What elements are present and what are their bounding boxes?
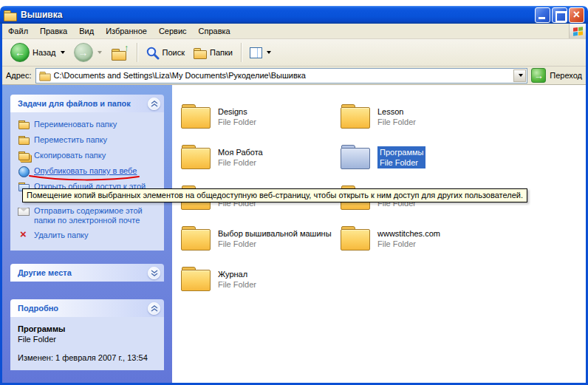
- details-modified: Изменен: 1 февраля 2007 г., 13:54: [18, 353, 161, 362]
- explorer-window: Вышивка Файл Правка Вид Избранное Сервис…: [0, 6, 588, 385]
- forward-button[interactable]: [70, 41, 106, 64]
- details-header[interactable]: Подробно: [10, 299, 164, 317]
- copy-folder-icon: [18, 151, 30, 161]
- details-body: Программы File Folder Изменен: 1 февраля…: [10, 317, 164, 370]
- menu-item-tools[interactable]: Сервис: [153, 24, 193, 38]
- tasks-panel-header[interactable]: Задачи для файлов и папок: [10, 95, 164, 112]
- address-label: Адрес:: [6, 71, 32, 80]
- address-folder-icon: [39, 71, 50, 81]
- folders-label: Папки: [210, 48, 233, 57]
- details-panel: Подробно Программы File Folder Изменен: …: [10, 299, 164, 370]
- addressbar: Адрес: Переход: [2, 67, 586, 85]
- toolbar-separator: [241, 43, 242, 62]
- menu-item-help[interactable]: Справка: [193, 24, 236, 38]
- tasks-panel-body: Переименовать папку Переместить папку Ск…: [10, 112, 164, 251]
- file-type: File Folder: [377, 239, 440, 249]
- task-item-rename-folder[interactable]: Переименовать папку: [18, 120, 161, 130]
- file-tile-vybor-mashiny[interactable]: Выбор вышивальной машиныFile Folder: [181, 218, 341, 259]
- maximize-button[interactable]: [552, 7, 567, 23]
- collapse-button[interactable]: [148, 302, 160, 315]
- search-icon: [146, 46, 160, 60]
- address-input[interactable]: [54, 71, 512, 80]
- menu-item-view[interactable]: Вид: [73, 24, 100, 38]
- file-name: Журнал: [218, 269, 256, 279]
- publish-web-icon: [18, 166, 30, 177]
- file-tile-moya-rabota[interactable]: Моя РаботаFile Folder: [181, 137, 341, 177]
- content: Задачи для файлов и папок Переименовать …: [2, 85, 586, 383]
- other-places-header[interactable]: Другие места: [10, 264, 164, 282]
- address-field: [35, 68, 528, 84]
- task-label: Опубликовать папку в вебе: [34, 166, 137, 177]
- file-type: File Folder: [380, 157, 423, 168]
- details-name: Программы: [18, 324, 161, 333]
- window-folder-icon: [4, 10, 17, 21]
- file-tile-programmy[interactable]: ПрограммыFile Folder: [341, 137, 500, 177]
- search-button[interactable]: Поиск: [142, 44, 188, 61]
- search-label: Поиск: [163, 48, 185, 57]
- file-name: wwwstitches.com: [377, 228, 440, 239]
- window-body: Файл Правка Вид Избранное Сервис Справка…: [0, 24, 588, 385]
- task-item-email-folder[interactable]: Отправить содержимое этой папки по элект…: [18, 206, 161, 225]
- file-type: File Folder: [218, 239, 332, 249]
- window-title: Вышивка: [21, 10, 535, 20]
- task-label: Удалить папку: [34, 231, 89, 241]
- file-type: File Folder: [218, 117, 256, 127]
- folder-icon: [181, 226, 212, 251]
- windows-logo-icon: [569, 24, 586, 38]
- email-icon: [18, 206, 30, 217]
- details-type: File Folder: [18, 335, 161, 344]
- expand-button[interactable]: [148, 267, 160, 279]
- file-tile-wwwstitches[interactable]: wwwstitches.comFile Folder: [341, 218, 500, 259]
- folders-button[interactable]: Папки: [190, 46, 236, 60]
- forward-dropdown-icon: [98, 51, 102, 54]
- file-tile-designs[interactable]: DesignsFile Folder: [181, 96, 341, 137]
- folder-icon: [181, 267, 212, 291]
- file-name: Моя Работа: [218, 147, 263, 157]
- file-type: File Folder: [218, 157, 263, 168]
- menu-item-favorites[interactable]: Избранное: [100, 24, 153, 38]
- minimize-button[interactable]: [535, 7, 550, 23]
- file-name: Выбор вышивальной машины: [218, 228, 332, 239]
- views-dropdown-icon: [267, 51, 271, 54]
- chevron-down-icon: [151, 270, 158, 276]
- menu-item-file[interactable]: Файл: [2, 24, 34, 38]
- other-places-panel: Другие места: [10, 264, 164, 282]
- file-type: File Folder: [377, 117, 416, 127]
- collapse-button[interactable]: [148, 98, 160, 110]
- file-type: File Folder: [218, 279, 256, 290]
- folders-icon: [194, 47, 207, 58]
- task-item-publish-to-web[interactable]: Опубликовать папку в вебе: [18, 166, 161, 177]
- toolbar: Назад ↑ Поиск Папки: [2, 39, 586, 67]
- other-places-title: Другие места: [18, 268, 72, 277]
- move-folder-icon: [18, 135, 30, 146]
- address-dropdown-button[interactable]: [513, 69, 526, 82]
- dropdown-arrow-icon: [519, 74, 523, 77]
- folder-icon-selected: [341, 145, 372, 169]
- task-label: Переместить папку: [34, 135, 107, 146]
- menu-item-edit[interactable]: Правка: [34, 24, 73, 38]
- go-button[interactable]: [531, 68, 546, 83]
- up-button[interactable]: ↑: [107, 44, 132, 61]
- file-tile-zhurnal[interactable]: ЖурналFile Folder: [181, 259, 341, 299]
- task-item-delete-folder[interactable]: Удалить папку: [18, 231, 161, 241]
- folder-icon: [181, 145, 212, 169]
- tasks-panel-title: Задачи для файлов и папок: [18, 99, 131, 108]
- task-label: Отправить содержимое этой папки по элект…: [34, 206, 157, 225]
- delete-folder-icon: [18, 231, 30, 241]
- back-dropdown-icon[interactable]: [61, 51, 65, 54]
- tasks-panel: Задачи для файлов и папок Переименовать …: [10, 95, 164, 251]
- tooltip: Помещение копий выбранных элементов на о…: [22, 188, 527, 202]
- back-label: Назад: [33, 48, 56, 57]
- task-item-move-folder[interactable]: Переместить папку: [18, 135, 161, 146]
- back-button[interactable]: Назад: [7, 41, 69, 64]
- views-button[interactable]: [246, 46, 275, 60]
- task-item-copy-folder[interactable]: Скопировать папку: [18, 151, 161, 161]
- folder-icon: [341, 226, 372, 251]
- files-area: DesignsFile Folder LessonFile Folder Моя…: [172, 85, 586, 383]
- close-button[interactable]: [569, 7, 584, 23]
- details-title: Подробно: [18, 304, 58, 313]
- task-label: Скопировать папку: [34, 151, 106, 161]
- file-name: Lesson: [377, 106, 416, 117]
- folder-icon: [341, 104, 372, 129]
- file-tile-lesson[interactable]: LessonFile Folder: [341, 96, 500, 137]
